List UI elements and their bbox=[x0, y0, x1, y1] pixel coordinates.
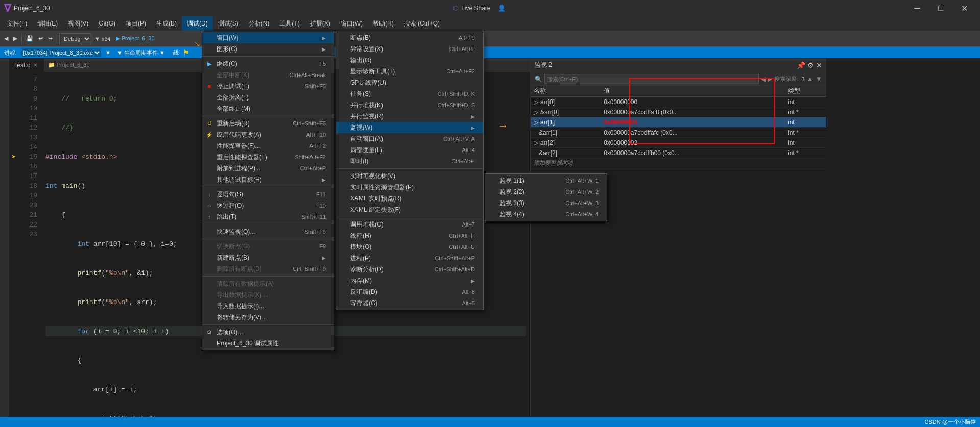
terminate-icon bbox=[205, 105, 213, 113]
debug-sep-4 bbox=[202, 224, 334, 224]
debug-menu-terminate-label: 全部终止(M) bbox=[217, 105, 250, 113]
window-sub-exception[interactable]: 异常设置(X) Ctrl+Alt+E bbox=[336, 43, 483, 55]
memory-icon bbox=[339, 277, 347, 285]
watch-sub-1[interactable]: 监视 1(1) Ctrl+Alt+W, 1 bbox=[485, 175, 607, 186]
window-sub-immediate[interactable]: 即时(I) Ctrl+Alt+I bbox=[336, 156, 483, 167]
window-sub-immediate-label: 即时(I) bbox=[350, 157, 368, 166]
debug-menu-step-out-label: 跳出(T) bbox=[217, 213, 236, 221]
debug-menu-terminate-all[interactable]: 全部终止(M) bbox=[202, 103, 334, 114]
restart-shortcut: Ctrl+Shift+F5 bbox=[293, 120, 326, 127]
graphics-arrow: ▶ bbox=[322, 46, 326, 52]
debug-menu-attach[interactable]: 附加到进程(P)... Ctrl+Alt+P bbox=[202, 163, 334, 174]
window-sub-gpu-threads[interactable]: GPU 线程(U) bbox=[336, 77, 483, 88]
watch-sub-2[interactable]: 监视 2(2) Ctrl+Alt+W, 2 bbox=[485, 186, 607, 197]
debug-menu-window[interactable]: 窗口(W) ▶ bbox=[202, 32, 334, 43]
watch-arrow: ▶ bbox=[471, 125, 475, 131]
debug-menu-attach-label: 附加到进程(P)... bbox=[217, 164, 260, 173]
debug-menu-restart[interactable]: ↺ 重新启动(R) Ctrl+Shift+F5 bbox=[202, 118, 334, 129]
profiler-icon bbox=[205, 142, 213, 150]
watch-1-shortcut: Ctrl+Alt+W, 1 bbox=[565, 178, 599, 184]
quick-watch-shortcut: Shift+F9 bbox=[305, 229, 326, 235]
new-bp-arrow: ▶ bbox=[322, 255, 326, 261]
debug-menu-graphics[interactable]: 图形(C) ▶ bbox=[202, 43, 334, 55]
window-sub-modules[interactable]: 模块(O) Ctrl+Alt+U bbox=[336, 241, 483, 253]
window-sub-live-tree[interactable]: 实时可视化树(V) bbox=[336, 170, 483, 182]
exception-icon bbox=[339, 45, 347, 53]
debug-menu-step-over[interactable]: → 逐过程(O) F10 bbox=[202, 200, 334, 211]
debug-menu-export-tips-label: 导出数据提示(X) ... bbox=[217, 291, 268, 299]
debug-menu-new-bp[interactable]: 新建断点(B) ▶ bbox=[202, 252, 334, 263]
step-over-shortcut: F10 bbox=[316, 203, 326, 209]
locals-icon bbox=[339, 146, 347, 154]
window-sep-2 bbox=[336, 217, 483, 217]
debug-menu-debug-props-label: Project_6_30 调试属性 bbox=[217, 339, 279, 348]
watch-submenu-dropdown: 监视 1(1) Ctrl+Alt+W, 1 监视 2(2) Ctrl+Alt+W… bbox=[485, 173, 607, 221]
window-sub-registers[interactable]: 寄存器(G) Alt+5 bbox=[336, 297, 483, 309]
debug-menu-detach-all[interactable]: 全部拆离(L) bbox=[202, 92, 334, 103]
debug-menu-step-out[interactable]: ↑ 跳出(T) Shift+F11 bbox=[202, 211, 334, 222]
locals-shortcut: Alt+4 bbox=[462, 147, 475, 153]
new-bp-icon bbox=[205, 254, 213, 262]
exception-shortcut: Ctrl+Alt+E bbox=[449, 46, 475, 52]
window-icon bbox=[205, 34, 213, 42]
debug-menu-options[interactable]: ⚙ 选项(O)... bbox=[202, 326, 334, 338]
debug-menu-clear-tips: 清除所有数据提示(A) bbox=[202, 278, 334, 289]
window-sep-1 bbox=[336, 168, 483, 169]
watch-icon bbox=[339, 123, 347, 132]
window-sub-disassembly[interactable]: 反汇编(D) Alt+8 bbox=[336, 286, 483, 297]
window-sub-parallel-stack[interactable]: 并行堆栈(K) Ctrl+Shift+D, S bbox=[336, 99, 483, 111]
toggle-bp-shortcut: F9 bbox=[319, 243, 326, 249]
window-sub-call-stack[interactable]: 调用堆栈(C) Alt+7 bbox=[336, 219, 483, 230]
watch-sub-3[interactable]: 监视 3(3) Ctrl+Alt+W, 3 bbox=[485, 197, 607, 209]
window-sub-output[interactable]: 输出(O) bbox=[336, 55, 483, 66]
watch-sub-4[interactable]: 监视 4(4) Ctrl+Alt+W, 4 bbox=[485, 209, 607, 220]
step-over-icon: → bbox=[205, 202, 213, 210]
arrow-indicator-2: → bbox=[498, 120, 508, 132]
apply-shortcut: Alt+F10 bbox=[306, 132, 326, 138]
debug-menu-continue[interactable]: ▶ 继续(C) F5 bbox=[202, 58, 334, 69]
window-sub-parallel-watch[interactable]: 并行监视(R) ▶ bbox=[336, 111, 483, 122]
window-sub-modules-label: 模块(O) bbox=[350, 243, 371, 252]
graphics-icon bbox=[205, 45, 213, 53]
window-sub-memory[interactable]: 内存(M) ▶ bbox=[336, 275, 483, 286]
debug-sep-3 bbox=[202, 187, 334, 187]
debug-menu-restart-profiler[interactable]: 重启性能探查器(L) Shift+Alt+F2 bbox=[202, 152, 334, 163]
window-sub-breakpoints[interactable]: 断点(B) Alt+F9 bbox=[336, 32, 483, 43]
attach-icon bbox=[205, 164, 213, 172]
window-sub-watch[interactable]: 监视(W) ▶ bbox=[336, 122, 483, 133]
window-sub-diag-tools[interactable]: 显示诊断工具(T) Ctrl+Alt+F2 bbox=[336, 66, 483, 77]
watch-1-icon bbox=[488, 177, 496, 185]
window-sub-xaml-binding[interactable]: XAML 绑定失败(F) bbox=[336, 204, 483, 215]
window-sub-diag-analysis[interactable]: 诊断分析(D) Ctrl+Shift+Alt+D bbox=[336, 264, 483, 275]
window-sub-processes[interactable]: 进程(P) Ctrl+Shift+Alt+P bbox=[336, 253, 483, 264]
debug-menu-step-into[interactable]: ↓ 逐语句(S) F11 bbox=[202, 189, 334, 200]
window-arrow: ▶ bbox=[322, 35, 326, 41]
debug-menu-step-over-label: 逐过程(O) bbox=[217, 202, 244, 210]
debug-menu-stop[interactable]: ■ 停止调试(E) Shift+F5 bbox=[202, 81, 334, 92]
window-sub-disassembly-label: 反汇编(D) bbox=[350, 288, 377, 296]
debug-menu-profiler[interactable]: 性能探查器(F)... Alt+F2 bbox=[202, 140, 334, 152]
window-sub-live-props[interactable]: 实时属性资源管理器(P) bbox=[336, 182, 483, 193]
attach-shortcut: Ctrl+Alt+P bbox=[300, 165, 326, 171]
debug-menu-quick-watch[interactable]: 快速监视(Q)... Shift+F9 bbox=[202, 226, 334, 237]
debug-menu-debug-props[interactable]: Project_6_30 调试属性 bbox=[202, 338, 334, 349]
debug-menu-other-targets[interactable]: 其他调试目标(H) ▶ bbox=[202, 174, 334, 185]
debug-menu-toggle-bp-label: 切换断点(G) bbox=[217, 242, 250, 251]
step-out-icon: ↑ bbox=[205, 213, 213, 221]
window-sub-threads[interactable]: 线程(H) Ctrl+Alt+H bbox=[336, 230, 483, 241]
window-sub-locals[interactable]: 局部变量(L) Alt+4 bbox=[336, 144, 483, 156]
debug-menu-import-tips[interactable]: 导入数据提示(I)... bbox=[202, 300, 334, 312]
diag-analysis-icon bbox=[339, 265, 347, 273]
watch-3-shortcut: Ctrl+Alt+W, 3 bbox=[565, 200, 599, 206]
debug-menu-export-tips: 导出数据提示(X) ... bbox=[202, 289, 334, 300]
debug-menu-apply-changes[interactable]: ⚡ 应用代码更改(A) Alt+F10 bbox=[202, 129, 334, 140]
watch-2-icon bbox=[488, 188, 496, 196]
break-all-icon bbox=[205, 71, 213, 79]
debug-menu-window-label: 窗口(W) bbox=[217, 34, 238, 42]
apply-icon: ⚡ bbox=[205, 131, 213, 139]
window-sub-tasks[interactable]: 任务(S) Ctrl+Shift+D, K bbox=[336, 88, 483, 99]
watch-highlight-box bbox=[629, 78, 775, 144]
debug-menu-save-dump[interactable]: 将转储另存为(V)... bbox=[202, 312, 334, 323]
window-sub-auto[interactable]: 自动窗口(A) Ctrl+Alt+V, A bbox=[336, 133, 483, 144]
window-sub-xaml-preview[interactable]: XAML 实时预览(R) bbox=[336, 193, 483, 204]
